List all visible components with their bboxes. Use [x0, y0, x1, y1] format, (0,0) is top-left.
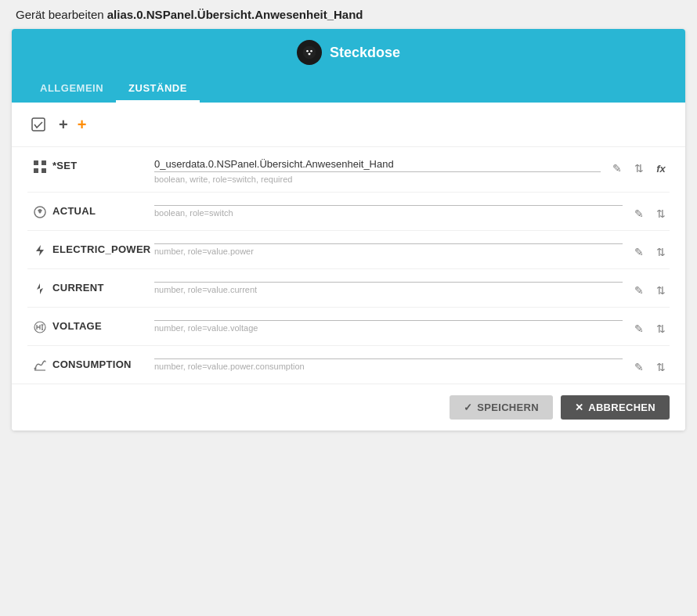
voltage-field: number, role=value.voltage [154, 319, 623, 333]
current-icon [27, 282, 52, 296]
current-actions [630, 282, 670, 299]
consumption-name: CONSUMPTION [52, 358, 154, 370]
current-edit-button[interactable] [630, 282, 648, 299]
set-actions: fx [609, 160, 670, 177]
consumption-hint: number, role=value.power.consumption [154, 362, 623, 371]
card-footer: ✓ SPEICHERN ✕ ABBRECHEN [12, 384, 685, 430]
svg-point-2 [310, 50, 312, 52]
svg-marker-12 [37, 283, 43, 294]
svg-rect-4 [32, 118, 45, 131]
set-icon [27, 160, 52, 174]
consumption-actions [630, 358, 670, 376]
electric-power-icon [27, 243, 52, 258]
current-name: CURRENT [52, 282, 154, 294]
state-row-voltage: VOLTAGE number, role=value.voltage [27, 308, 670, 346]
actual-hint: boolean, role=switch [154, 208, 623, 218]
actual-field: boolean, role=switch [154, 204, 623, 218]
select-icon [31, 117, 46, 132]
actual-sort-button[interactable] [652, 205, 670, 222]
svg-rect-5 [34, 160, 38, 165]
cancel-label: ABBRECHEN [588, 402, 655, 413]
actual-actions [630, 205, 670, 222]
electric-power-hint: number, role=value.power [154, 247, 623, 256]
cancel-button[interactable]: ✕ ABBRECHEN [561, 395, 670, 420]
state-row-set: *SET 0_userdata.0.NSPanel.Übersicht.Anwe… [27, 147, 670, 193]
current-field: number, role=value.current [154, 280, 623, 294]
svg-point-1 [306, 50, 309, 52]
svg-point-0 [303, 46, 316, 59]
current-sort-button[interactable] [652, 282, 670, 299]
svg-point-10 [39, 211, 42, 214]
breadcrumb: Gerät bearbeiten alias.0.NSPanel.Übersic… [16, 8, 363, 21]
set-name: *SET [52, 160, 154, 171]
set-fx-button[interactable]: fx [652, 160, 670, 177]
device-title: Steckdose [297, 40, 400, 65]
set-value: 0_userdata.0.NSPanel.Übersicht.Anwesenhe… [154, 158, 601, 170]
voltage-name: VOLTAGE [52, 320, 154, 332]
save-button[interactable]: ✓ SPEICHERN [450, 395, 553, 420]
set-sort-button[interactable] [630, 160, 648, 177]
consumption-icon [27, 358, 52, 373]
svg-rect-8 [42, 168, 46, 173]
voltage-icon [27, 320, 52, 334]
tab-zustaende[interactable]: ZUSTÄNDE [116, 76, 200, 103]
voltage-edit-button[interactable] [630, 320, 648, 337]
voltage-sort-button[interactable] [652, 320, 670, 337]
electric-power-actions [630, 243, 670, 261]
consumption-field: number, role=value.power.consumption [154, 357, 623, 371]
voltage-hint: number, role=value.voltage [154, 323, 623, 333]
state-row-consumption: CONSUMPTION number, role=value.power.con… [27, 346, 670, 384]
actual-name: ACTUAL [52, 205, 154, 217]
toolbar: + + [12, 103, 685, 147]
actual-icon [27, 205, 52, 219]
state-row-actual: ACTUAL boolean, role=switch [27, 193, 670, 231]
svg-rect-6 [42, 160, 46, 165]
device-card: Steckdose ALLGEMEIN ZUSTÄNDE + + [12, 29, 685, 430]
add-button-1[interactable]: + [59, 116, 68, 134]
voltage-actions [630, 320, 670, 337]
electric-power-field: number, role=value.power [154, 242, 623, 256]
select-all-button[interactable] [27, 113, 49, 135]
save-check-icon: ✓ [464, 402, 472, 413]
consumption-sort-button[interactable] [652, 358, 670, 376]
device-name-label: Steckdose [330, 45, 400, 61]
svg-marker-11 [36, 245, 44, 256]
actual-edit-button[interactable] [630, 205, 648, 222]
socket-svg [302, 45, 317, 60]
consumption-edit-button[interactable] [630, 358, 648, 376]
electric-power-edit-button[interactable] [630, 243, 648, 261]
device-icon [297, 40, 322, 65]
state-row-electric-power: ELECTRIC_POWER number, role=value.power [27, 231, 670, 269]
electric-power-name: ELECTRIC_POWER [52, 243, 154, 255]
set-edit-button[interactable] [609, 160, 626, 177]
tabs-container: ALLGEMEIN ZUSTÄNDE [27, 76, 200, 103]
current-hint: number, role=value.current [154, 285, 623, 294]
electric-power-sort-button[interactable] [652, 243, 670, 261]
cancel-x-icon: ✕ [575, 402, 583, 413]
states-list: *SET 0_userdata.0.NSPanel.Übersicht.Anwe… [12, 147, 685, 384]
set-field: 0_userdata.0.NSPanel.Übersicht.Anwesenhe… [154, 158, 601, 184]
svg-rect-3 [309, 53, 311, 56]
state-row-current: CURRENT number, role=value.current [27, 269, 670, 308]
save-label: SPEICHERN [477, 402, 539, 413]
tab-allgemein[interactable]: ALLGEMEIN [27, 76, 116, 103]
svg-rect-7 [34, 168, 38, 173]
svg-point-17 [34, 368, 37, 370]
set-hint: boolean, write, role=switch, required [154, 175, 601, 184]
card-header: Steckdose ALLGEMEIN ZUSTÄNDE [12, 29, 685, 103]
add-button-2[interactable]: + [78, 116, 87, 134]
